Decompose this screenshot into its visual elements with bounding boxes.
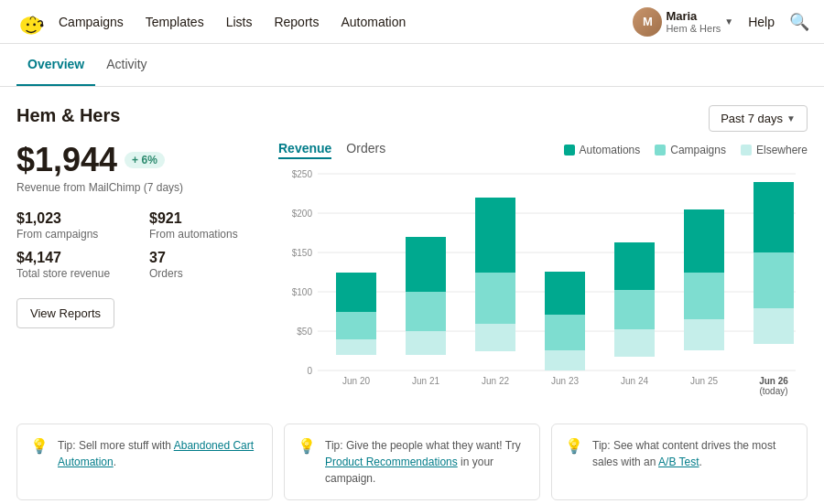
nav-reports[interactable]: Reports [274,15,319,29]
svg-text:$200: $200 [292,209,313,219]
legend-label-automations: Automations [580,144,641,156]
svg-rect-34 [614,290,655,329]
tip-icon-0: 💡 [30,437,49,455]
svg-text:0: 0 [307,366,312,376]
svg-rect-22 [406,292,446,331]
tip-text-0: Tip: Sell more stuff with Abandoned Cart… [58,437,259,470]
svg-rect-23 [406,237,446,292]
svg-rect-43 [754,182,794,252]
chart-area: Revenue Orders Automations Campaigns Els… [278,141,808,407]
chart-top: Revenue Orders Automations Campaigns Els… [278,141,808,159]
chart-tab-orders[interactable]: Orders [346,141,385,159]
svg-rect-37 [684,319,724,350]
stat-label: From campaigns [16,228,131,241]
nav-lists[interactable]: Lists [226,15,253,29]
legend-elsewhere: Elsewhere [741,144,808,156]
stat-store-revenue: $4,147 Total store revenue [16,250,131,280]
date-range-label: Past 7 days [721,112,783,125]
chart-tabs: Revenue Orders [278,141,385,159]
chevron-down-icon: ▼ [724,16,733,27]
tips-section: 💡 Tip: Sell more stuff with Abandoned Ca… [16,424,808,500]
svg-text:Jun 24: Jun 24 [621,376,648,386]
store-header: Hem & Hers Past 7 days ▼ [16,105,808,132]
svg-rect-41 [754,308,794,344]
legend-color-campaigns [655,145,666,155]
svg-rect-18 [336,312,376,339]
svg-text:Jun 20: Jun 20 [342,376,370,386]
svg-text:Jun 22: Jun 22 [482,376,509,386]
legend-color-automations [564,145,575,155]
avatar: M [633,7,662,37]
svg-text:$250: $250 [292,169,313,179]
stat-value: 37 [149,250,264,266]
tip-text-1: Tip: Give the people what they want! Try… [325,437,526,487]
legend-label-campaigns: Campaigns [670,144,726,156]
svg-rect-26 [475,273,515,324]
tip-text-2: Tip: See what content drives the most sa… [592,437,794,470]
svg-rect-42 [754,252,794,308]
chevron-down-icon: ▼ [786,113,796,123]
bar-chart: $250 $200 $150 $100 $50 0 [278,166,808,407]
navbar: Campaigns Templates Lists Reports Automa… [0,0,824,44]
tip-icon-1: 💡 [298,437,316,455]
svg-text:$50: $50 [297,327,312,337]
chart-tab-revenue[interactable]: Revenue [278,141,331,159]
svg-rect-38 [684,273,724,319]
stat-label: Total store revenue [16,267,131,280]
tab-overview[interactable]: Overview [16,44,95,86]
nav-campaigns[interactable]: Campaigns [59,15,124,29]
nav-right: M Maria Hem & Hers ▼ Help 🔍 [633,7,809,37]
nav-links: Campaigns Templates Lists Reports Automa… [59,15,633,29]
tip-suffix-0: . [114,456,116,468]
user-text: Maria Hem & Hers [666,9,721,34]
svg-text:Jun 21: Jun 21 [412,376,439,386]
tab-activity[interactable]: Activity [95,44,157,86]
svg-point-3 [33,23,36,26]
left-panel: $1,944 + 6% Revenue from MailChimp (7 da… [16,141,264,407]
tip-card-2: 💡 Tip: See what content drives the most … [551,424,808,500]
svg-rect-21 [406,331,446,355]
tip-suffix-2: . [699,456,702,468]
svg-point-4 [40,24,44,27]
tip-card-0: 💡 Tip: Sell more stuff with Abandoned Ca… [16,424,273,500]
svg-text:Jun 23: Jun 23 [551,376,579,386]
stat-label: From automations [149,228,264,241]
legend-automations: Automations [564,144,641,156]
page-tabs: Overview Activity [0,44,824,87]
help-link[interactable]: Help [748,15,775,29]
tip-icon-2: 💡 [565,437,583,455]
stat-orders: 37 Orders [149,250,264,280]
date-range-selector[interactable]: Past 7 days ▼ [709,105,808,132]
stats-grid: $1,023 From campaigns $921 From automati… [16,210,264,280]
stat-campaigns-revenue: $1,023 From campaigns [16,210,131,241]
svg-rect-39 [684,209,724,273]
legend-label-elsewhere: Elsewhere [756,144,808,156]
legend-campaigns: Campaigns [655,144,726,156]
main-content: Hem & Hers Past 7 days ▼ $1,944 + 6% Rev… [0,87,824,504]
tip-link-1[interactable]: Product Recommendations [325,456,458,468]
chart-legend: Automations Campaigns Elsewhere [564,144,808,156]
nav-automation[interactable]: Automation [341,15,406,29]
svg-text:$100: $100 [292,287,313,297]
legend-color-elsewhere [741,145,752,155]
store-name: Hem & Hers [16,105,120,126]
svg-text:(today): (today) [759,386,787,396]
revenue-value: $1,944 [16,141,117,179]
nav-templates[interactable]: Templates [146,15,204,29]
svg-rect-19 [336,273,376,312]
stat-value: $4,147 [16,250,131,266]
view-reports-button[interactable]: View Reports [16,298,114,328]
svg-text:Jun 25: Jun 25 [690,376,718,386]
svg-text:$150: $150 [292,248,313,258]
svg-rect-31 [545,272,585,315]
mailchimp-logo[interactable] [15,7,44,37]
revenue-label: Revenue from MailChimp (7 days) [16,181,264,194]
user-menu[interactable]: M Maria Hem & Hers ▼ [633,7,733,37]
tip-link-2[interactable]: A/B Test [658,456,699,468]
svg-rect-29 [545,350,585,370]
search-icon[interactable]: 🔍 [789,12,809,32]
svg-point-1 [23,17,39,30]
svg-text:Jun 26: Jun 26 [759,376,788,386]
tip-prefix-1: Tip: Give the people what they want! Try [325,439,521,452]
stat-label: Orders [149,267,264,280]
